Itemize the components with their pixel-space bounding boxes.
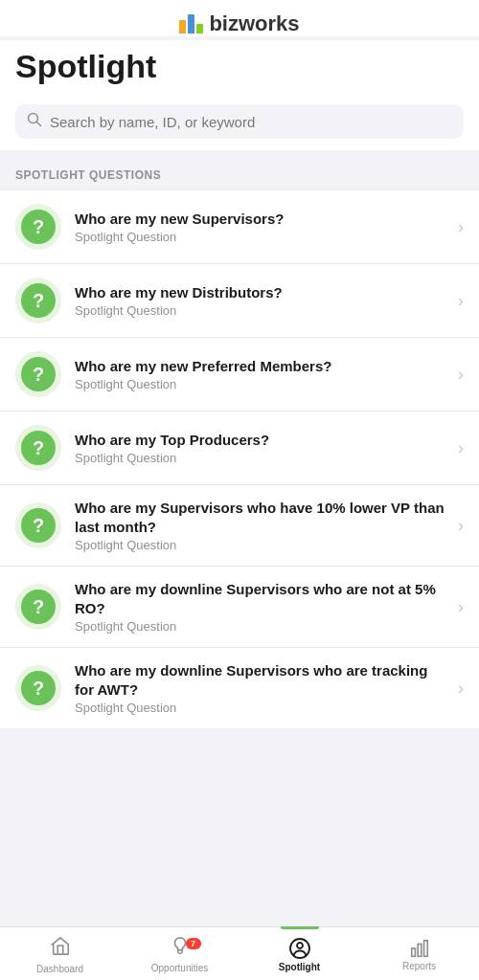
section-label: SPOTLIGHT QUESTIONS xyxy=(15,168,161,182)
questions-list: ? Who are my new Supervisors? Spotlight … xyxy=(0,190,479,728)
question-mark-icon: ? xyxy=(33,291,44,310)
question-icon-wrap: ? xyxy=(15,204,61,250)
question-item[interactable]: ? Who are my new Distributors? Spotlight… xyxy=(0,264,479,338)
question-icon-inner: ? xyxy=(21,590,56,624)
question-icon-inner: ? xyxy=(21,431,56,465)
nav-item-opportunities[interactable]: 7 Opportunities xyxy=(120,927,240,980)
question-subtitle: Spotlight Question xyxy=(75,303,450,318)
question-mark-icon: ? xyxy=(33,438,44,457)
question-icon-inner: ? xyxy=(21,357,56,391)
logo: bizworks xyxy=(15,11,464,36)
logo-bars-icon xyxy=(179,14,203,33)
question-icon-inner: ? xyxy=(21,508,56,543)
chevron-right-icon: › xyxy=(458,438,464,458)
chevron-right-icon: › xyxy=(458,291,464,311)
question-icon-inner: ? xyxy=(21,210,56,244)
bar-chart-icon xyxy=(409,938,430,959)
nav-item-reports[interactable]: Reports xyxy=(359,927,479,980)
search-bar[interactable] xyxy=(15,104,464,139)
active-indicator xyxy=(281,926,319,929)
question-content: Who are my downline Supervisors who are … xyxy=(75,661,450,715)
question-subtitle: Spotlight Question xyxy=(75,451,450,465)
svg-point-3 xyxy=(297,943,303,948)
svg-rect-4 xyxy=(411,948,415,956)
chevron-right-icon: › xyxy=(458,365,464,385)
svg-rect-5 xyxy=(418,944,422,956)
question-item[interactable]: ? Who are my Supervisors who have 10% lo… xyxy=(0,485,479,567)
question-icon-wrap: ? xyxy=(15,584,61,630)
house-icon xyxy=(50,935,71,962)
nav-label-spotlight: Spotlight xyxy=(279,962,320,972)
question-item[interactable]: ? Who are my new Preferred Members? Spot… xyxy=(0,338,479,412)
question-content: Who are my Supervisors who have 10% lowe… xyxy=(75,499,450,552)
nav-item-spotlight[interactable]: Spotlight xyxy=(240,927,359,980)
question-subtitle: Spotlight Question xyxy=(75,619,450,634)
chevron-right-icon: › xyxy=(458,597,464,617)
question-icon-inner: ? xyxy=(21,283,56,318)
question-icon-wrap: ? xyxy=(15,351,61,397)
search-input[interactable] xyxy=(50,114,452,130)
chevron-right-icon: › xyxy=(458,679,464,699)
question-mark-icon: ? xyxy=(33,365,44,384)
question-icon-inner: ? xyxy=(21,671,56,705)
question-icon-wrap: ? xyxy=(15,425,61,471)
question-title: Who are my Top Producers? xyxy=(75,431,450,450)
nav-label-reports: Reports xyxy=(402,961,436,971)
question-title: Who are my Supervisors who have 10% lowe… xyxy=(75,499,450,536)
question-content: Who are my downline Supervisors who are … xyxy=(75,580,450,634)
page-title: Spotlight xyxy=(15,48,464,85)
question-icon-wrap: ? xyxy=(15,665,61,711)
question-content: Who are my new Distributors? Spotlight Q… xyxy=(75,283,450,319)
question-title: Who are my new Supervisors? xyxy=(75,210,450,229)
question-content: Who are my new Supervisors? Spotlight Qu… xyxy=(75,210,450,245)
question-mark-icon: ? xyxy=(33,516,44,535)
question-title: Who are my downline Supervisors who are … xyxy=(75,661,450,699)
question-title: Who are my new Preferred Members? xyxy=(75,357,450,376)
logo-text: bizworks xyxy=(209,11,299,36)
opportunities-badge: 7 xyxy=(186,938,201,949)
svg-rect-6 xyxy=(423,941,427,957)
question-subtitle: Spotlight Question xyxy=(75,377,450,391)
opportunities-icon-wrap: 7 xyxy=(170,936,191,961)
question-content: Who are my Top Producers? Spotlight Ques… xyxy=(75,431,450,466)
person-circle-icon xyxy=(288,937,311,960)
question-item[interactable]: ? Who are my Top Producers? Spotlight Qu… xyxy=(0,412,479,485)
question-item[interactable]: ? Who are my downline Supervisors who ar… xyxy=(0,648,479,728)
nav-item-dashboard[interactable]: Dashboard xyxy=(0,927,120,980)
question-item[interactable]: ? Who are my new Supervisors? Spotlight … xyxy=(0,190,479,264)
question-title: Who are my downline Supervisors who are … xyxy=(75,580,450,617)
question-title: Who are my new Distributors? xyxy=(75,283,450,302)
question-icon-wrap: ? xyxy=(15,278,61,323)
question-subtitle: Spotlight Question xyxy=(75,538,450,552)
question-icon-wrap: ? xyxy=(15,502,61,548)
question-mark-icon: ? xyxy=(33,217,44,236)
search-icon xyxy=(27,112,42,131)
question-subtitle: Spotlight Question xyxy=(75,701,450,715)
question-item[interactable]: ? Who are my downline Supervisors who ar… xyxy=(0,567,479,648)
section-divider: SPOTLIGHT QUESTIONS xyxy=(0,150,479,190)
chevron-right-icon: › xyxy=(458,516,464,536)
question-subtitle: Spotlight Question xyxy=(75,230,450,244)
svg-line-1 xyxy=(37,122,41,126)
nav-label-opportunities: Opportunities xyxy=(151,963,208,973)
question-mark-icon: ? xyxy=(33,597,44,616)
search-container xyxy=(0,97,479,150)
question-mark-icon: ? xyxy=(33,679,44,698)
question-content: Who are my new Preferred Members? Spotli… xyxy=(75,357,450,392)
bottom-nav: Dashboard 7 Opportunities Spotlight Repo… xyxy=(0,926,479,980)
nav-label-dashboard: Dashboard xyxy=(36,964,83,974)
chevron-right-icon: › xyxy=(458,217,464,237)
page-title-section: Spotlight xyxy=(0,40,479,97)
